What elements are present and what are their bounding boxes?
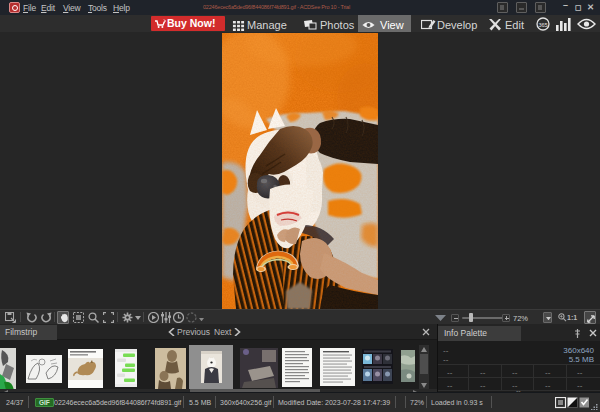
svg-text:365: 365 — [538, 22, 547, 28]
